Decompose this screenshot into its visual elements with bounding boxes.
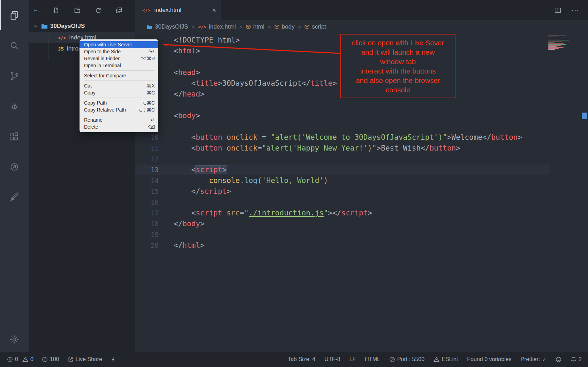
menu-item-label: Open in Terminal — [84, 63, 121, 68]
status-feedback-smiley[interactable] — [556, 357, 561, 362]
extensions-icon[interactable] — [0, 121, 29, 152]
html-file-icon: </> — [198, 24, 206, 30]
status-encoding[interactable]: UTF-8 — [324, 356, 340, 362]
status-tab-size[interactable]: Tab Size: 4 — [288, 356, 315, 362]
folder-name: 30DaysOfJS — [50, 23, 85, 30]
code-line-15[interactable]: 15 </script> — [135, 186, 550, 197]
menu-item-copy[interactable]: Copy⌘C — [80, 89, 158, 96]
status-info-count[interactable]: 100 — [42, 356, 59, 362]
code-text: <html> — [159, 46, 200, 56]
explorer-icon[interactable] — [0, 0, 29, 30]
tree-indent-guide — [48, 35, 48, 60]
search-icon[interactable] — [0, 30, 29, 61]
code-line-11[interactable]: 11 <button onclick="alert('Happy New Yea… — [135, 143, 550, 154]
menu-item-label: Rename — [84, 117, 103, 123]
menu-item-label: Delete — [84, 124, 98, 130]
sidebar-title: E... — [34, 7, 42, 13]
chevron-right-icon: > — [268, 24, 271, 30]
menu-item-copy-path[interactable]: Copy Path⌥⌘C — [80, 99, 158, 106]
status-notifications[interactable]: 2 — [571, 356, 582, 362]
code-line-13[interactable]: 13 <script> — [135, 165, 550, 175]
chevron-right-icon: > — [298, 24, 301, 30]
breadcrumb-html[interactable]: html — [246, 23, 264, 30]
tab-index-html[interactable]: </> index.html × — [135, 0, 221, 20]
menu-item-open-to-the-side[interactable]: Open to the Side^↵ — [80, 48, 158, 55]
menu-separator — [84, 81, 154, 81]
code-line-10[interactable]: 10 <button onclick = "alert('Welcome to … — [135, 132, 550, 143]
status-port[interactable]: Port : 5500 — [389, 356, 424, 362]
pen-edit-icon[interactable] — [0, 182, 29, 212]
minimap-line — [548, 39, 560, 39]
code-line-8[interactable]: 8<body> — [135, 110, 550, 121]
menu-item-rename[interactable]: Rename↵ — [80, 116, 158, 123]
menu-separator — [84, 115, 154, 115]
status-language[interactable]: HTML — [365, 356, 380, 362]
code-text: <button onclick="alert('Happy New Year!'… — [159, 143, 460, 154]
breadcrumb-body[interactable]: body — [274, 23, 295, 30]
collapse-all-icon[interactable] — [116, 7, 122, 14]
menu-item-select-for-compare[interactable]: Select for Compare — [80, 72, 158, 79]
settings-gear-icon[interactable] — [0, 327, 29, 352]
warning-icon — [22, 357, 28, 362]
code-text — [159, 121, 174, 132]
tab-bar: </> index.html × ⋯ — [135, 0, 588, 20]
error-icon — [7, 357, 13, 362]
chevron-down-icon — [33, 23, 38, 29]
code-line-12[interactable]: 12 — [135, 154, 550, 165]
smiley-icon — [556, 357, 561, 362]
status-prettier[interactable]: Prettier: ✓ — [521, 356, 547, 362]
source-control-icon[interactable] — [0, 61, 29, 91]
status-eslint[interactable]: ESLint — [434, 356, 458, 362]
breadcrumb-file[interactable]: </> index.html — [198, 23, 236, 30]
new-file-icon[interactable] — [53, 7, 59, 14]
code-line-14[interactable]: 14 console.log('Hello, World') — [135, 175, 550, 186]
minimap-line — [548, 47, 564, 48]
code-line-18[interactable]: 18</body> — [135, 219, 550, 229]
code-line-9[interactable]: 9 — [135, 121, 550, 132]
minimap-line — [548, 49, 555, 50]
status-lightning[interactable] — [111, 357, 116, 362]
run-debug-icon[interactable] — [0, 91, 29, 121]
menu-item-open-in-terminal[interactable]: Open in Terminal — [80, 62, 158, 69]
check-icon: ✓ — [542, 356, 547, 362]
refresh-icon[interactable] — [95, 7, 101, 14]
more-actions-icon[interactable]: ⋯ — [571, 6, 580, 15]
code-line-17[interactable]: 17 <script src="./introduction.js"></scr… — [135, 208, 550, 219]
minimap[interactable] — [548, 36, 578, 50]
status-problems[interactable]: 0 0 — [7, 356, 33, 362]
status-variables[interactable]: Found 0 variables — [467, 356, 511, 362]
menu-item-label: Open to the Side — [84, 49, 121, 54]
menu-item-label: Open with Live Server — [84, 42, 132, 47]
code-line-20[interactable]: 20</html> — [135, 240, 550, 251]
line-number: 18 — [135, 219, 159, 229]
code-text: <script> — [159, 165, 227, 175]
menu-item-copy-relative-path[interactable]: Copy Relative Path⌥⇧⌘C — [80, 106, 158, 113]
code-text: console.log('Hello, World') — [159, 175, 328, 186]
split-editor-icon[interactable] — [554, 7, 561, 14]
status-eol[interactable]: LF — [349, 356, 356, 362]
code-line-7[interactable]: 7 — [135, 100, 550, 110]
line-number: 11 — [135, 143, 159, 154]
indent-guide — [174, 67, 174, 219]
code-line-19[interactable]: 19 — [135, 229, 550, 240]
line-number: 14 — [135, 175, 159, 186]
new-folder-icon[interactable] — [74, 7, 81, 14]
breadcrumb-folder[interactable]: 30DaysOfJS — [146, 23, 188, 30]
breadcrumb-script[interactable]: script — [304, 23, 326, 30]
line-number: 12 — [135, 154, 159, 165]
close-icon[interactable]: × — [212, 7, 216, 14]
menu-item-open-with-live-server[interactable]: Open with Live Server — [80, 41, 158, 48]
code-line-16[interactable]: 16 — [135, 197, 550, 208]
status-live-share[interactable]: Live Share — [68, 356, 103, 362]
live-share-icon[interactable] — [0, 152, 29, 182]
code-text — [159, 229, 174, 240]
menu-item-shortcut: ⌥⌘C — [141, 100, 155, 106]
menu-item-cut[interactable]: Cut⌘X — [80, 82, 158, 89]
code-text: </body> — [159, 219, 205, 229]
folder-row-30daysofjs[interactable]: 30DaysOfJS — [29, 20, 135, 32]
menu-item-delete[interactable]: Delete⌫ — [80, 123, 158, 130]
folder-icon — [41, 23, 48, 30]
menu-item-label: Cut — [84, 83, 92, 89]
menu-item-reveal-in-finder[interactable]: Reveal in Finder⌥⌘R — [80, 55, 158, 62]
share-icon — [68, 357, 74, 362]
